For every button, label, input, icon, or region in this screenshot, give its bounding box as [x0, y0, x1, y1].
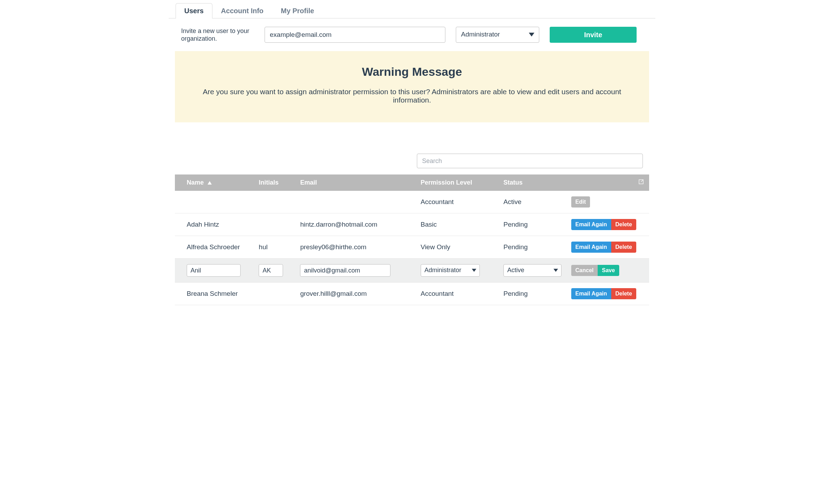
cell-status: Active — [499, 191, 566, 213]
edit-email-input[interactable] — [300, 264, 390, 277]
warning-title: Warning Message — [185, 65, 639, 79]
cell-initials — [254, 191, 295, 213]
users-table-head: Name Initials Email Permission Level Sta… — [175, 174, 649, 191]
cell-email — [295, 191, 415, 213]
users-table-body: Accountant Active Edit Adah Hintz hintz.… — [175, 191, 649, 305]
edit-button: Edit — [571, 196, 590, 208]
search-input[interactable] — [417, 154, 643, 168]
cell-email: grover.hilll@gmail.com — [295, 283, 415, 305]
save-button[interactable]: Save — [598, 265, 619, 276]
cell-name: Adah Hintz — [175, 213, 254, 236]
cell-initials — [254, 283, 295, 305]
cell-permission: Accountant — [416, 283, 499, 305]
table-row: Adah Hintz hintz.darron@hotmail.com Basi… — [175, 213, 649, 236]
invite-email-input[interactable] — [265, 27, 445, 43]
cell-status: Pending — [499, 236, 566, 259]
cell-name — [175, 191, 254, 213]
invite-button[interactable]: Invite — [550, 27, 637, 43]
column-permission[interactable]: Permission Level — [416, 174, 499, 191]
table-row: Alfreda Schroeder hul presley06@hirthe.c… — [175, 236, 649, 259]
table-row: Accountant Active Edit — [175, 191, 649, 213]
edit-status-selected: Active — [503, 264, 562, 277]
column-initials[interactable]: Initials — [254, 174, 295, 191]
edit-permission-selected: Administrator — [421, 264, 480, 277]
delete-button[interactable]: Delete — [611, 288, 636, 299]
chevron-down-icon — [472, 269, 476, 272]
sort-asc-icon — [208, 179, 212, 186]
cell-permission: View Only — [416, 236, 499, 259]
svg-marker-1 — [208, 181, 212, 185]
cell-name: Alfreda Schroeder — [175, 236, 254, 259]
email-again-button[interactable]: Email Again — [571, 242, 611, 253]
cancel-button[interactable]: Cancel — [571, 265, 598, 276]
svg-marker-2 — [472, 269, 476, 272]
invite-role-selected: Administrator — [456, 27, 539, 43]
column-name-label: Name — [187, 179, 204, 186]
invite-label: Invite a new user to your organization. — [181, 27, 254, 43]
cell-status: Pending — [499, 213, 566, 236]
tab-my-profile[interactable]: My Profile — [272, 3, 323, 18]
cell-email: presley06@hirthe.com — [295, 236, 415, 259]
cell-permission: Accountant — [416, 191, 499, 213]
tab-account-info[interactable]: Account Info — [212, 3, 272, 18]
warning-body: Are you sure you want to assign administ… — [185, 88, 639, 104]
edit-initials-input[interactable] — [259, 264, 283, 277]
delete-button[interactable]: Delete — [611, 242, 636, 253]
email-again-button[interactable]: Email Again — [571, 288, 611, 299]
users-admin-page: Users Account Info My Profile Invite a n… — [169, 3, 655, 305]
edit-status-select[interactable]: Active — [503, 264, 562, 277]
delete-button[interactable]: Delete — [611, 219, 636, 230]
column-status[interactable]: Status — [499, 174, 566, 191]
tab-users[interactable]: Users — [176, 3, 212, 18]
invite-role-select[interactable]: Administrator — [456, 27, 539, 43]
cell-permission: Basic — [416, 213, 499, 236]
edit-permission-select[interactable]: Administrator — [421, 264, 480, 277]
column-email[interactable]: Email — [295, 174, 415, 191]
column-name[interactable]: Name — [175, 174, 254, 191]
export-icon[interactable] — [638, 179, 644, 186]
edit-name-input[interactable] — [187, 264, 241, 277]
table-row: Breana Schmeler grover.hilll@gmail.com A… — [175, 283, 649, 305]
cell-status: Pending — [499, 283, 566, 305]
cell-initials: hul — [254, 236, 295, 259]
invite-user-row: Invite a new user to your organization. … — [169, 18, 655, 51]
search-row — [169, 133, 655, 174]
main-tabs: Users Account Info My Profile — [169, 3, 655, 18]
cell-email: hintz.darron@hotmail.com — [295, 213, 415, 236]
column-actions — [566, 174, 649, 191]
cell-name: Breana Schmeler — [175, 283, 254, 305]
chevron-down-icon — [554, 269, 558, 272]
email-again-button[interactable]: Email Again — [571, 219, 611, 230]
table-row-editing: Administrator Active — [175, 259, 649, 283]
users-table: Name Initials Email Permission Level Sta… — [175, 174, 649, 305]
cell-initials — [254, 213, 295, 236]
warning-banner: Warning Message Are you sure you want to… — [175, 51, 649, 122]
svg-marker-3 — [554, 269, 558, 272]
